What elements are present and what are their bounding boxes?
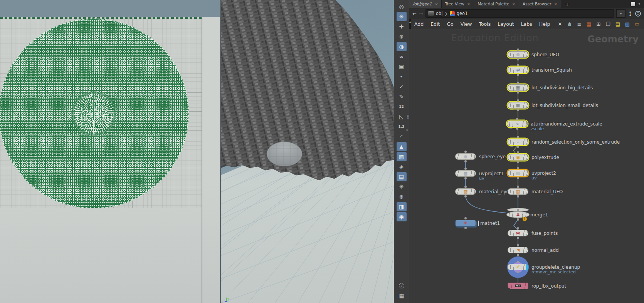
node-lot-subdivision-small-details[interactable]: ▦ lot_subdivision_small_details — [508, 102, 528, 109]
pin-marker-icon[interactable]: ✎ — [397, 92, 407, 101]
wireframe-glasses-icon[interactable]: ∞ — [397, 52, 407, 61]
menu-labs[interactable]: Labs — [518, 21, 536, 27]
group-display-icon[interactable]: ◈ — [397, 162, 407, 171]
node-material-eye[interactable]: ▧ material_eye — [455, 188, 476, 195]
point-marker-icon[interactable]: • — [397, 72, 407, 81]
layout-option-icon[interactable]: ⊜ — [397, 192, 407, 201]
add-image-icon[interactable]: ▧ — [623, 20, 631, 28]
node-body[interactable]: ∴ — [508, 139, 528, 145]
node-fuse-points[interactable]: ⋈ fuse_points — [508, 230, 528, 237]
profile-curve-icon[interactable]: ◜ — [397, 132, 407, 141]
windows-layout-icon[interactable]: ❐ — [604, 20, 612, 28]
tab-close-icon[interactable]: × — [554, 2, 557, 6]
node-transform-squish[interactable]: ⇄ transform_Squish — [508, 67, 528, 74]
point-numbers-icon[interactable]: 12 — [397, 102, 407, 111]
menu-view[interactable]: View — [457, 21, 476, 27]
add-camera-icon[interactable]: ⊕ — [397, 32, 407, 41]
new-tab-button[interactable]: + — [561, 0, 573, 8]
node-uvproject2[interactable]: ▥ uvproject2 uv — [508, 170, 528, 177]
node-body[interactable]: ● — [455, 153, 476, 160]
image-background-icon[interactable]: ▤ — [397, 172, 407, 181]
forward-arrow-icon[interactable]: → — [419, 11, 423, 17]
node-body[interactable]: ▧ — [455, 188, 476, 195]
info-icon[interactable]: i — [397, 281, 407, 290]
node-lot-subdivision-big-details[interactable]: ▦ lot_subdivision_big_details — [508, 84, 528, 91]
handles-axis-icon[interactable]: ✳ — [397, 182, 407, 191]
menu-edit[interactable]: Edit — [427, 21, 443, 27]
node-body[interactable]: ⋈ — [508, 230, 528, 236]
tab-tree-view[interactable]: Tree View × — [442, 0, 474, 8]
node-rop-fbx-output[interactable]: fbx rop_fbx_output — [508, 283, 528, 290]
node-material-ufo[interactable]: ▧ material_UFO — [508, 188, 528, 195]
menu-go[interactable]: Go — [443, 21, 457, 27]
node-body[interactable]: ▣ — [508, 154, 528, 161]
node-body[interactable]: ▦ — [508, 102, 528, 109]
node-polyextrude[interactable]: ▣ polyextrude — [508, 154, 528, 161]
node-body[interactable]: ▧ — [508, 188, 528, 195]
node-attribrandomize-extrude-scale[interactable]: ∿ attribrandomize_extrude_scale zscale — [507, 121, 528, 127]
node-groupdelete-cleanup[interactable]: ✐ groupdelete_cleanup remove_me selected — [508, 264, 528, 271]
node-body[interactable]: ∿ — [507, 121, 528, 127]
node-body[interactable]: fbx — [508, 283, 528, 289]
tab-obj-geo1[interactable]: /obj/geo1 × — [409, 0, 442, 8]
list-view-icon[interactable]: ≣ — [575, 20, 583, 28]
perspective-viewport[interactable]: y — [221, 0, 394, 303]
node-body[interactable]: ✐ — [508, 264, 528, 270]
breadcrumb-geo1[interactable]: geo1 — [457, 11, 468, 16]
pin-pane-icon[interactable]: ⊶ — [627, 11, 633, 16]
uv-distortion-icon[interactable]: 1.2 — [397, 122, 407, 131]
grid-cells-icon[interactable]: ▦ — [397, 291, 407, 300]
pane-menu-caret-icon[interactable]: ▾ — [638, 2, 640, 6]
pane-float-icon[interactable] — [631, 2, 635, 6]
tab-material-palette[interactable]: Material Palette × — [474, 0, 519, 8]
location-marker-icon[interactable]: ◉ — [397, 212, 407, 221]
node-body[interactable]: ▥ — [455, 170, 476, 177]
layout-grid-icon[interactable]: ⊞ — [594, 20, 602, 28]
menu-layout[interactable]: Layout — [494, 21, 518, 27]
sticky-note-icon[interactable]: ▤ — [614, 20, 622, 28]
node-matnet1[interactable]: ❖ matnet1 — [455, 220, 476, 227]
menu-tools[interactable]: Tools — [475, 21, 494, 27]
uv-shaded-icon[interactable]: ▲ — [397, 142, 407, 151]
node-merge1[interactable]: ⇊ merge1 ! — [506, 211, 530, 218]
node-body[interactable]: ● — [508, 51, 528, 58]
shaded-box-icon[interactable]: ▣ — [397, 62, 407, 71]
tools-wrench-icon[interactable]: ✕ — [556, 20, 564, 28]
breadcrumb-obj[interactable]: obj — [436, 11, 443, 16]
node-body[interactable]: ▥ — [508, 170, 528, 176]
tab-close-icon[interactable]: × — [512, 2, 515, 6]
path-dropdown-button[interactable]: ▾ — [616, 9, 626, 18]
tab-close-icon[interactable]: × — [467, 2, 470, 6]
vertex-tick-icon[interactable]: ✓ — [397, 82, 407, 91]
tab-asset-browser[interactable]: Asset Browser × — [519, 0, 561, 8]
node-body[interactable]: ◥ — [508, 247, 528, 253]
menu-add[interactable]: Add — [411, 21, 427, 27]
color-palette-grid-icon[interactable]: ▦ — [585, 20, 593, 28]
node-body[interactable]: ⇄ — [508, 67, 528, 73]
search-icon[interactable]: ⌕ — [642, 20, 644, 28]
path-breadcrumb-field[interactable]: obj ❯ geo1 — [425, 9, 614, 18]
view-tool-icon[interactable]: ◎ — [397, 2, 407, 11]
node-body[interactable]: ▦ — [508, 84, 528, 91]
add-light-icon[interactable]: ✚ — [397, 22, 407, 31]
network-canvas[interactable]: Education Edition Geometry — [409, 29, 644, 303]
uv-viewport[interactable] — [0, 0, 221, 303]
node-uvproject1[interactable]: ▥ uvproject1 uv — [455, 170, 476, 177]
tab-close-icon[interactable]: × — [434, 2, 437, 6]
pane-collapse-arrow[interactable]: ▸ — [407, 128, 409, 132]
normals-icon[interactable]: ◺ — [397, 112, 407, 121]
display-material-icon[interactable]: ◑ — [397, 42, 407, 51]
back-arrow-icon[interactable]: ← — [412, 11, 417, 17]
node-sphere-ufo[interactable]: ● sphere_UFO — [508, 51, 528, 58]
node-sphere-eye[interactable]: ● sphere_eye — [455, 153, 476, 160]
lightbulb-icon[interactable]: ☀ — [397, 12, 407, 21]
tree-view-icon[interactable]: ⋔ — [565, 20, 573, 28]
menu-help[interactable]: Help — [536, 21, 554, 27]
node-normal-add[interactable]: ◥ normal_add — [508, 247, 528, 254]
snapshot-icon[interactable]: ◨ — [397, 202, 407, 211]
gallery-box-icon[interactable]: ▭ — [633, 20, 641, 28]
radial-menu-icon[interactable] — [635, 11, 641, 17]
node-body[interactable]: ❖ — [455, 220, 476, 226]
path-field-empty[interactable] — [469, 10, 611, 17]
node-random-selection-only-some-extrude[interactable]: ∴ random_selection_only_some_extrude — [508, 139, 528, 146]
